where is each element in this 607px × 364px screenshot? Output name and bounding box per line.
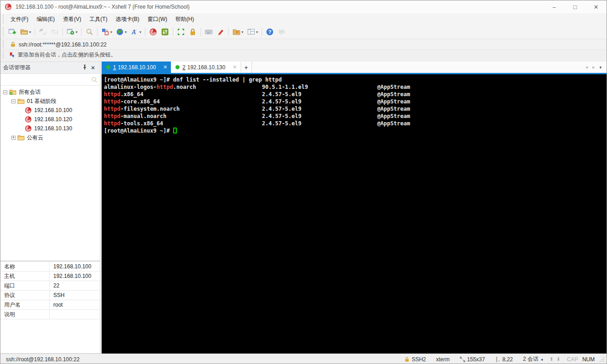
virtual-keyboard-button[interactable] [203, 26, 214, 37]
font-button[interactable]: A▾ [129, 26, 143, 37]
web-browser-button[interactable]: ▾ [114, 26, 128, 37]
open-folder-button[interactable]: ▾ [19, 26, 32, 37]
info-message: 要添加当前会话，点击左侧的箭头按钮。 [18, 51, 116, 59]
font-dropdown-icon[interactable]: ▾ [139, 30, 141, 34]
menu-item-1[interactable]: 文件(F) [6, 14, 32, 25]
property-row: 协议SSH [0, 291, 100, 300]
toolbar: ▾▾▾▾A▾▾▾? [0, 25, 607, 39]
web-browser-icon [116, 28, 124, 36]
terminal[interactable]: [root@AlmaLinux9 ~]# dnf list --installe… [102, 74, 607, 354]
find-button[interactable] [84, 26, 95, 37]
tree-item-192.168.10.120[interactable]: 192.168.10.120 [0, 115, 100, 124]
tab-menu-icon[interactable]: ▾ [599, 65, 602, 70]
property-label: 用户名 [0, 300, 50, 309]
addressbar-grip[interactable] [3, 41, 5, 48]
tab-spacer [252, 62, 583, 73]
tab-prev-icon[interactable]: ◂ [585, 64, 588, 70]
xshell-launcher-button[interactable] [148, 26, 159, 37]
session-tab-192.168.10.100[interactable]: 1192.168.10.100✕ [102, 62, 171, 73]
scroll-up-icon[interactable]: ⬆ [550, 356, 554, 362]
menu-item-5[interactable]: 选项卡(B) [112, 14, 144, 25]
tree-item--[interactable]: −所有会话 [0, 87, 100, 97]
feedback-button[interactable] [276, 26, 287, 37]
web-browser-dropdown-icon[interactable]: ▾ [125, 30, 127, 34]
new-file-transfer-icon [232, 28, 241, 36]
panel-close-icon[interactable]: ✕ [89, 65, 97, 71]
tab-close-icon[interactable]: ✕ [232, 64, 237, 70]
resize-grip[interactable] [599, 357, 605, 362]
highlighter-icon [216, 28, 225, 36]
font-icon: A [130, 28, 139, 36]
toolbar-grip[interactable] [3, 27, 5, 37]
virtual-keyboard-icon [205, 28, 213, 36]
collapse-icon[interactable]: − [11, 99, 15, 103]
reconnect-icon [51, 28, 59, 36]
tree-item-label: 192.168.10.120 [34, 116, 72, 123]
new-tab-button[interactable]: + [241, 62, 252, 73]
property-value: 192.168.10.100 [50, 272, 100, 281]
close-button[interactable]: ✕ [586, 0, 607, 13]
xftp-launcher-button[interactable] [159, 26, 170, 37]
infobar-grip[interactable] [3, 51, 5, 58]
folder-gear-icon [9, 88, 16, 96]
pin-icon[interactable] [81, 64, 89, 71]
svg-text:A: A [131, 29, 136, 36]
toolbar-separator [228, 28, 229, 36]
property-value [50, 310, 100, 319]
property-row: 名称192.168.10.100 [0, 262, 100, 272]
new-file-transfer-button[interactable]: ▾ [231, 26, 245, 37]
scroll-down-icon[interactable]: ⬇ [556, 356, 561, 362]
menu-item-3[interactable]: 查看(V) [59, 14, 85, 25]
session-properties-grid: 名称192.168.10.100主机192.168.10.100端口22协议SS… [0, 262, 100, 319]
session-search-input[interactable] [0, 74, 100, 85]
compose-pane-dropdown-icon[interactable]: ▾ [110, 30, 112, 34]
menubar-grip[interactable] [3, 15, 5, 23]
new-session-button[interactable] [7, 26, 18, 37]
tile-windows-dropdown-icon[interactable]: ▾ [256, 30, 258, 34]
fullscreen-button[interactable] [175, 26, 186, 37]
property-value: SSH [50, 291, 100, 300]
tab-label: 192.168.10.130 [187, 64, 225, 71]
session-properties-button[interactable]: ▾ [65, 26, 79, 37]
expand-icon[interactable]: + [11, 136, 15, 140]
session-tab-192.168.10.130[interactable]: 2192.168.10.130✕ [171, 62, 241, 73]
session-icon [25, 107, 32, 114]
collapse-icon[interactable]: − [3, 90, 7, 94]
tile-windows-button[interactable]: ▾ [246, 26, 259, 37]
lock-screen-icon [189, 28, 197, 36]
menu-item-6[interactable]: 窗口(W) [144, 14, 171, 25]
num-lock-indicator: NUM [582, 356, 595, 363]
session-search [0, 74, 100, 86]
reconnect-button[interactable] [49, 26, 60, 37]
disconnect-button[interactable] [37, 26, 48, 37]
menu-item-2[interactable]: 编辑(E) [32, 14, 59, 25]
address-url[interactable]: ssh://root:******@192.168.10.100:22 [19, 41, 107, 48]
tab-number: 2 [182, 64, 185, 71]
menu-item-4[interactable]: 工具(T) [85, 14, 111, 25]
find-icon [85, 28, 93, 36]
tree-item-01-[interactable]: −01 基础阶段 [0, 97, 100, 106]
toolbar-separator [262, 28, 262, 36]
tree-item-192.168.10.100[interactable]: 192.168.10.100 [0, 106, 100, 115]
tab-bar: 1192.168.10.100✕2192.168.10.130✕ + ◂ ▸ ▾ [102, 62, 607, 74]
compose-pane-button[interactable]: ▾ [100, 26, 113, 37]
tab-next-icon[interactable]: ▸ [592, 64, 595, 70]
lock-screen-button[interactable] [187, 26, 198, 37]
maximize-button[interactable]: □ [565, 0, 586, 13]
session-properties-dropdown-icon[interactable]: ▾ [76, 30, 77, 34]
xshell-app-icon [5, 3, 12, 10]
help-button[interactable]: ? [264, 26, 275, 37]
open-folder-dropdown-icon[interactable]: ▾ [29, 30, 31, 34]
session-tree: −所有会话−01 基础阶段192.168.10.100192.168.10.12… [0, 86, 100, 261]
minimize-button[interactable]: – [544, 0, 565, 13]
tree-item-192.168.10.130[interactable]: 192.168.10.130 [0, 124, 100, 133]
highlighter-button[interactable] [215, 26, 226, 37]
tree-item--[interactable]: +公有云 [0, 133, 100, 142]
menu-item-7[interactable]: 帮助(H) [171, 14, 198, 25]
tree-item-label: 192.168.10.100 [34, 107, 72, 113]
menu-bar: 文件(F)编辑(E)查看(V)工具(T)选项卡(B)窗口(W)帮助(H) [0, 13, 607, 25]
new-file-transfer-dropdown-icon[interactable]: ▾ [242, 30, 243, 34]
session-count[interactable]: 2 会话 ▴ [523, 355, 543, 363]
tab-close-icon[interactable]: ✕ [163, 64, 167, 70]
property-row: 端口22 [0, 281, 100, 291]
